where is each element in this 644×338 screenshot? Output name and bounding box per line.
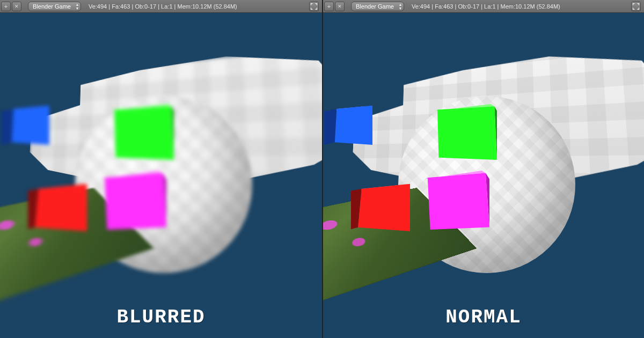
cube-red — [28, 182, 87, 231]
viewport-header: Blender Game ▴▾ Ve:494 | Fa:463 | Ob:0-1… — [323, 0, 644, 13]
viewport-3d[interactable] — [0, 13, 322, 338]
cube-pink — [102, 171, 166, 230]
pane-caption: BLURRED — [0, 306, 322, 328]
fullscreen-icon — [633, 3, 639, 10]
cube-green — [111, 104, 174, 160]
engine-dropdown[interactable]: Blender Game ▴▾ — [351, 2, 404, 11]
pane-caption: NORMAL — [323, 306, 644, 328]
scene-stats: Ve:494 | Fa:463 | Ob:0-17 | La:1 | Mem:1… — [412, 3, 560, 10]
add-button[interactable] — [1, 2, 11, 11]
viewport-header: Blender Game ▴▾ Ve:494 | Fa:463 | Ob:0-1… — [0, 0, 322, 13]
engine-dropdown-label: Blender Game — [33, 3, 71, 10]
add-button[interactable] — [324, 2, 334, 11]
dropdown-arrows-icon: ▴▾ — [399, 3, 401, 10]
engine-dropdown-label: Blender Game — [356, 3, 394, 10]
cube-pink — [425, 171, 489, 230]
dropdown-arrows-icon: ▴▾ — [76, 3, 78, 10]
engine-dropdown[interactable]: Blender Game ▴▾ — [28, 2, 81, 11]
fullscreen-button[interactable] — [309, 2, 319, 11]
close-button[interactable] — [12, 2, 21, 11]
cube-blue — [1, 103, 49, 145]
viewport-pane-right: Blender Game ▴▾ Ve:494 | Fa:463 | Ob:0-1… — [322, 0, 644, 338]
close-button[interactable] — [335, 2, 345, 11]
fullscreen-icon — [311, 3, 317, 10]
cube-blue — [324, 103, 372, 145]
cube-green — [434, 104, 497, 160]
viewport-pane-left: Blender Game ▴▾ Ve:494 | Fa:463 | Ob:0-1… — [0, 0, 322, 338]
cube-red — [351, 182, 410, 231]
scene-stats: Ve:494 | Fa:463 | Ob:0-17 | La:1 | Mem:1… — [89, 3, 237, 10]
viewport-3d[interactable] — [323, 13, 644, 338]
fullscreen-button[interactable] — [631, 2, 641, 11]
